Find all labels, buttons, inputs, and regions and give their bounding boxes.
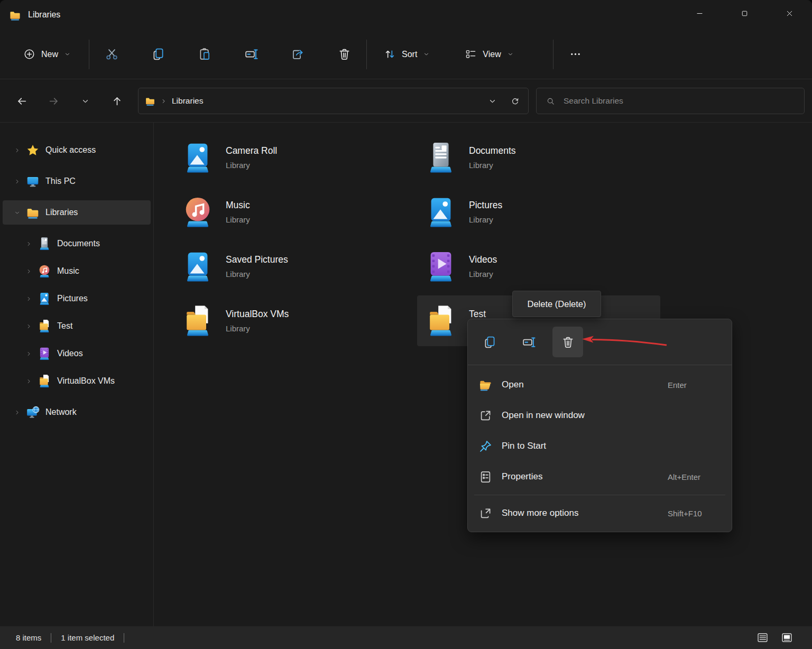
menu-item-shortcut: Enter xyxy=(668,381,687,390)
menu-item-shortcut: Shift+F10 xyxy=(668,509,702,518)
close-button[interactable] xyxy=(767,0,812,26)
see-more-button[interactable] xyxy=(564,43,587,66)
file-item-text: MusicLibrary xyxy=(226,200,250,224)
videos-library-icon xyxy=(36,346,52,361)
file-item-pictures[interactable]: PicturesLibrary xyxy=(417,187,660,237)
chevron-right-icon[interactable] xyxy=(22,240,35,247)
sidebar-item-videos[interactable]: Videos xyxy=(3,341,151,366)
sidebar-item-virtualbox-vms[interactable]: VirtualBox VMs xyxy=(3,369,151,393)
toolbar-actions xyxy=(100,43,356,66)
file-item-type: Library xyxy=(469,161,516,170)
window-controls xyxy=(677,0,812,26)
show-more-icon xyxy=(478,506,493,521)
details-view-button[interactable] xyxy=(753,630,772,646)
sidebar-item-label: Network xyxy=(45,407,77,417)
sidebar-item-music[interactable]: Music xyxy=(3,259,151,283)
breadcrumb[interactable]: Libraries xyxy=(172,96,203,106)
minimize-button[interactable] xyxy=(677,0,722,26)
sidebar-item-network[interactable]: Network xyxy=(3,400,151,424)
selected-count: 1 item selected xyxy=(61,633,114,642)
chevron-right-icon[interactable] xyxy=(22,323,35,330)
chevron-right-icon[interactable] xyxy=(22,350,35,357)
library-folder-icon xyxy=(36,374,52,388)
sidebar-item-label: Test xyxy=(57,321,72,331)
chevron-down-icon[interactable] xyxy=(10,209,24,216)
arrow-left-icon xyxy=(16,95,28,107)
file-item-saved-pictures[interactable]: Saved PicturesLibrary xyxy=(174,241,417,292)
search-icon xyxy=(546,97,555,106)
address-dropdown-button[interactable] xyxy=(483,92,501,110)
chevron-right-icon[interactable] xyxy=(22,295,35,302)
pictures-library-icon xyxy=(181,249,214,283)
file-item-videos[interactable]: VideosLibrary xyxy=(417,241,660,292)
chevron-right-icon[interactable] xyxy=(22,268,35,275)
menu-item-pin-to-start[interactable]: Pin to Start xyxy=(468,431,732,461)
view-button[interactable]: View xyxy=(458,43,520,66)
sidebar-item-label: This PC xyxy=(45,177,76,186)
file-item-name: Test xyxy=(469,309,493,320)
sort-icon xyxy=(384,48,396,60)
sort-button[interactable]: Sort xyxy=(377,43,436,66)
sidebar-item-quick-access[interactable]: Quick access xyxy=(3,138,151,162)
sidebar-item-libraries[interactable]: Libraries xyxy=(3,200,151,225)
chevron-right-icon[interactable] xyxy=(10,147,24,154)
menu-item-show-more-options[interactable]: Show more optionsShift+F10 xyxy=(468,498,732,529)
up-button[interactable] xyxy=(106,90,127,112)
rename-button[interactable] xyxy=(239,43,263,66)
view-icon xyxy=(465,48,477,60)
chevron-right-icon[interactable] xyxy=(10,178,24,185)
toolbar-divider xyxy=(89,40,89,69)
forward-button[interactable] xyxy=(43,90,64,112)
share-icon xyxy=(291,47,305,61)
refresh-button[interactable] xyxy=(506,92,524,110)
file-item-name: Camera Roll xyxy=(226,145,277,156)
sidebar-item-label: Videos xyxy=(57,349,83,358)
chevron-right-icon[interactable] xyxy=(10,409,24,416)
view-button-label: View xyxy=(483,50,501,59)
chevron-right-icon[interactable] xyxy=(22,378,35,385)
menu-item-properties[interactable]: PropertiesAlt+Enter xyxy=(468,461,732,492)
menu-item-open-in-new-window[interactable]: Open in new window xyxy=(468,400,732,431)
sidebar-item-label: VirtualBox VMs xyxy=(57,376,115,386)
search-box[interactable] xyxy=(536,88,805,114)
back-button[interactable] xyxy=(11,90,32,112)
context-copy-button[interactable] xyxy=(474,327,505,357)
monitor-icon xyxy=(25,174,41,189)
sidebar-item-test[interactable]: Test xyxy=(3,314,151,338)
delete-icon xyxy=(337,47,352,61)
rename-icon xyxy=(244,47,259,61)
new-button[interactable]: New xyxy=(16,43,78,66)
file-item-documents[interactable]: DocumentsLibrary xyxy=(417,132,660,183)
share-button[interactable] xyxy=(286,43,309,66)
maximize-button[interactable] xyxy=(722,0,767,26)
search-input[interactable] xyxy=(562,96,798,106)
menu-item-shortcut: Alt+Enter xyxy=(668,472,700,481)
sidebar-item-pictures[interactable]: Pictures xyxy=(3,286,151,311)
cut-button[interactable] xyxy=(100,43,123,66)
navigation-pane: Quick accessThis PCLibrariesDocumentsMus… xyxy=(0,123,154,626)
library-folder-icon xyxy=(36,319,52,333)
paste-button[interactable] xyxy=(193,43,216,66)
context-rename-button[interactable] xyxy=(513,327,544,357)
address-bar[interactable]: Libraries xyxy=(138,88,529,114)
file-item-text: VirtualBox VMsLibrary xyxy=(226,309,289,333)
context-menu-items: OpenEnterOpen in new windowPin to StartP… xyxy=(468,365,732,529)
thumbnail-view-button[interactable] xyxy=(777,630,796,646)
documents-library-icon xyxy=(36,236,52,251)
delete-button[interactable] xyxy=(333,43,356,66)
file-item-text: PicturesLibrary xyxy=(469,200,502,224)
context-delete-button[interactable] xyxy=(552,327,583,357)
pictures-library-icon xyxy=(181,141,214,174)
sidebar-item-label: Documents xyxy=(57,239,100,248)
copy-button[interactable] xyxy=(146,43,170,66)
sidebar-item-this-pc[interactable]: This PC xyxy=(3,169,151,193)
file-item-camera-roll[interactable]: Camera RollLibrary xyxy=(174,132,417,183)
file-item-music[interactable]: MusicLibrary xyxy=(174,187,417,237)
menu-item-open[interactable]: OpenEnter xyxy=(468,369,732,400)
file-item-virtualbox-vms[interactable]: VirtualBox VMsLibrary xyxy=(174,295,417,346)
file-item-text: VideosLibrary xyxy=(469,254,497,279)
sidebar-item-documents[interactable]: Documents xyxy=(3,231,151,256)
properties-icon xyxy=(478,470,493,484)
maximize-icon xyxy=(740,9,749,18)
recent-locations-button[interactable] xyxy=(75,90,96,112)
